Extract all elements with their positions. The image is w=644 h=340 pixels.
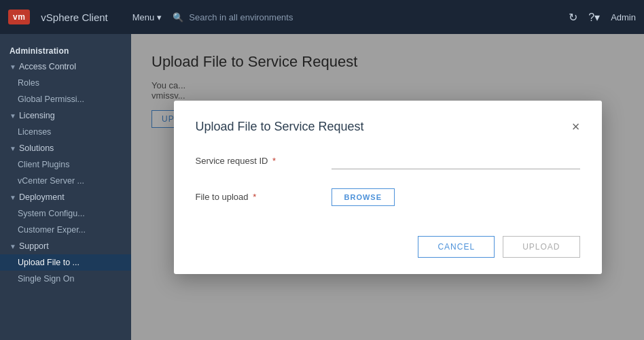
cancel-button[interactable]: CANCEL [418,236,495,258]
admin-label: Admin [611,12,636,22]
help-icon[interactable]: ?▾ [588,11,600,24]
caret-icon: ▼ [10,112,16,120]
caret-icon: ▼ [10,243,16,250]
modal-overlay: Upload File to Service Request × Service… [131,34,644,340]
sidebar-group-access-control[interactable]: ▼ Access Control [0,58,131,75]
sidebar-item-system-config[interactable]: System Configu... [0,205,131,222]
sidebar-item-client-plugins[interactable]: Client Plugins [0,156,131,173]
layout: Administration ▼ Access Control Roles Gl… [0,34,644,340]
sidebar: Administration ▼ Access Control Roles Gl… [0,34,131,340]
sidebar-group-deployment[interactable]: ▼ Deployment [0,189,131,205]
sidebar-group-solutions[interactable]: ▼ Solutions [0,140,131,156]
menu-chevron-icon: ▾ [157,12,162,22]
topbar-right: ↻ ?▾ Admin [569,11,636,24]
dialog-close-button[interactable]: × [572,120,580,133]
search-placeholder: Search in all environments [189,12,293,22]
service-request-id-input[interactable] [332,153,580,169]
file-to-upload-label: File to upload * [196,192,332,202]
topbar: vm vSphere Client Menu ▾ 🔍 Search in all… [0,0,644,34]
main-content: Upload File to Service Request You ca...… [131,34,644,340]
refresh-icon[interactable]: ↻ [569,11,577,24]
app-title: vSphere Client [41,12,107,23]
upload-button[interactable]: UPLOAD [503,236,579,258]
sidebar-group-label: Deployment [19,192,65,202]
sidebar-item-roles[interactable]: Roles [0,75,131,91]
sidebar-group-licensing[interactable]: ▼ Licensing [0,107,131,124]
browse-button[interactable]: BROWSE [332,188,395,206]
sidebar-item-single-sign-on[interactable]: Single Sign On [0,271,131,287]
required-star: * [253,192,256,202]
form-row-file-to-upload: File to upload * BROWSE [196,188,580,206]
required-star: * [272,156,276,166]
sidebar-item-global-permissions[interactable]: Global Permissi... [0,91,131,107]
form-row-service-request-id: Service request ID * [196,153,580,169]
search-bar[interactable]: 🔍 Search in all environments [173,12,558,22]
sidebar-group-label: Solutions [19,143,54,153]
search-icon: 🔍 [173,12,183,22]
dialog-header: Upload File to Service Request × [196,120,580,134]
menu-button[interactable]: Menu ▾ [132,12,162,22]
sidebar-group-label: Access Control [19,62,76,71]
sidebar-item-customer-exp[interactable]: Customer Exper... [0,222,131,238]
sidebar-section-title: Administration [0,41,131,58]
dialog-title: Upload File to Service Request [196,120,364,134]
sidebar-group-support[interactable]: ▼ Support [0,238,131,254]
service-request-id-label: Service request ID * [196,156,332,166]
sidebar-group-label: Licensing [19,111,55,120]
caret-icon: ▼ [10,63,16,71]
caret-icon: ▼ [10,145,16,152]
sidebar-item-licenses[interactable]: Licenses [0,124,131,140]
caret-icon: ▼ [10,194,16,201]
sidebar-item-upload-file[interactable]: Upload File to ... [0,254,131,271]
vm-logo: vm [8,10,30,24]
sidebar-group-label: Support [19,241,49,251]
dialog: Upload File to Service Request × Service… [174,101,602,274]
dialog-footer: CANCEL UPLOAD [196,225,580,258]
sidebar-item-vcenter-server[interactable]: vCenter Server ... [0,173,131,189]
